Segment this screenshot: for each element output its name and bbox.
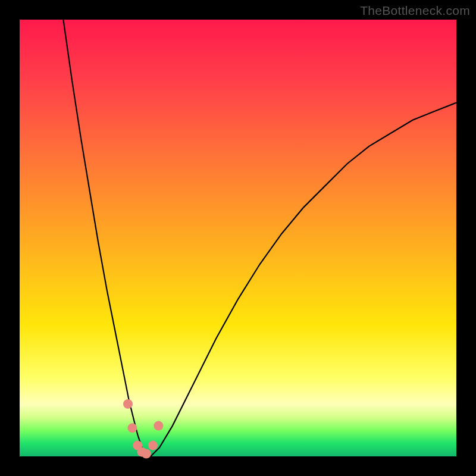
- marker-dot: [154, 421, 163, 431]
- marker-dot: [123, 399, 133, 409]
- marker-dot: [127, 423, 137, 433]
- marker-dot: [142, 449, 151, 459]
- chart-frame: TheBottleneck.com: [0, 0, 476, 476]
- v-curve: [20, 20, 456, 456]
- watermark-text: TheBottleneck.com: [360, 4, 470, 18]
- plot-area: [20, 20, 456, 456]
- curve-path: [63, 20, 456, 456]
- marker-dot: [148, 441, 158, 450]
